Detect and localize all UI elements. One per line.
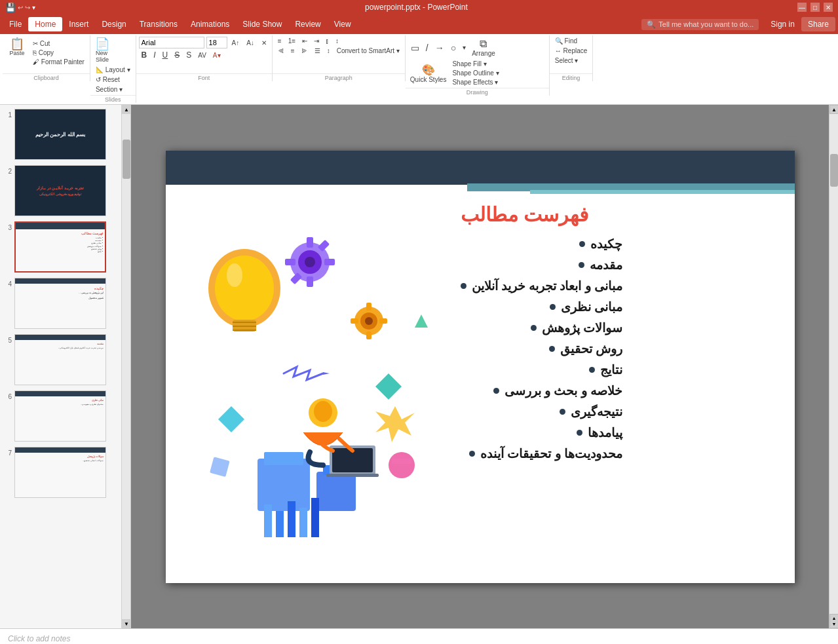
title-text: powerpoint.pptx - PowerPoint: [35, 3, 797, 12]
bullet-dot-4: [550, 304, 556, 310]
decrease-indent-button[interactable]: ⇤: [299, 37, 310, 45]
shadow-button[interactable]: S: [183, 50, 194, 60]
slide-thumbnail-2[interactable]: 2 تجربه خریـد آنلایـن در بـازار توقیف‌ور…: [3, 164, 119, 218]
menu-design[interactable]: Design: [95, 17, 132, 31]
svg-marker-42: [323, 372, 330, 375]
bullet-dot-7: [589, 367, 595, 373]
menu-animations[interactable]: Animations: [184, 17, 236, 31]
svg-marker-39: [375, 373, 402, 400]
bullet-item-4: مبانی نظری: [461, 299, 622, 314]
menu-insert[interactable]: Insert: [62, 17, 95, 31]
close-button[interactable]: ✕: [824, 3, 833, 12]
svg-rect-34: [288, 501, 295, 537]
shape-line[interactable]: /: [423, 42, 431, 54]
maximize-button[interactable]: □: [810, 3, 820, 12]
vscroll-thumb[interactable]: [830, 154, 838, 187]
smartart-button[interactable]: Convert to SmartArt ▾: [334, 47, 402, 55]
share-button[interactable]: Share: [801, 17, 835, 31]
shape-fill-button[interactable]: Shape Fill ▾: [449, 60, 501, 68]
copy-button[interactable]: ⎘ Copy: [30, 48, 87, 57]
svg-rect-33: [276, 511, 284, 537]
format-painter-button[interactable]: 🖌 Format Painter: [30, 58, 87, 66]
slide-area: فهرست مطالب چکیده مقدمه مبانی و ابعاد تج…: [131, 105, 829, 628]
align-right-button[interactable]: ⫸: [299, 47, 311, 55]
italic-button[interactable]: I: [151, 50, 158, 60]
slide-canvas[interactable]: فهرست مطالب چکیده مقدمه مبانی و ابعاد تج…: [166, 151, 795, 583]
quick-styles-button[interactable]: 🎨 Quick Styles: [408, 62, 449, 85]
slide-thumbnail-4[interactable]: 4 چکیده این پژوهش به بررسی... تصویر محصو…: [3, 276, 119, 330]
arrange-button[interactable]: ⧉ Arrange: [470, 37, 497, 58]
slides-scrollbar[interactable]: ▲ ▼: [122, 105, 131, 628]
main-scrollbar-vertical[interactable]: ▲ ▲ ▼: [829, 105, 838, 628]
menu-transitions[interactable]: Transitions: [133, 17, 184, 31]
shape-arrow[interactable]: →: [432, 42, 447, 54]
section-button[interactable]: Section ▾: [93, 85, 133, 94]
vscroll-up-button[interactable]: ▲: [829, 105, 838, 114]
notes-bar[interactable]: Click to add notes: [0, 628, 838, 644]
bullet-dot-3: [461, 283, 467, 289]
svg-rect-31: [326, 474, 379, 477]
shapes-more[interactable]: ▾: [460, 43, 468, 52]
bullet-item-11: محدودیت‌ها و تحقیقات آینده: [461, 446, 622, 461]
reset-button[interactable]: ↺ Reset: [93, 75, 133, 84]
slide-thumbnail-5[interactable]: 5 مقدمه بررسی تجربه خرید آنلاین در فضای …: [3, 333, 119, 387]
layout-button[interactable]: 📐 Layout ▾: [93, 66, 133, 74]
paste-button[interactable]: 📋 Paste: [5, 37, 29, 72]
bold-button[interactable]: B: [139, 50, 150, 60]
bullet-item-10: پیامدها: [461, 425, 622, 440]
slide-thumbnail-7[interactable]: 7 سوالات پژوهش سوالات اصلی تحقیق...: [3, 445, 119, 499]
slide-thumbnail-3[interactable]: 3 فهرست مطالب • چکیده • مقدمه • مبانی نظ…: [3, 220, 119, 274]
font-name-input[interactable]: [139, 37, 204, 48]
align-center-button[interactable]: ≡: [288, 47, 297, 55]
justify-button[interactable]: ☰: [312, 47, 323, 55]
line-spacing-button[interactable]: ↕: [324, 47, 333, 55]
svg-point-9: [305, 257, 315, 267]
menu-slideshow[interactable]: Slide Show: [236, 17, 288, 31]
bullet-dot-9: [560, 409, 565, 415]
align-left-button[interactable]: ⫷: [275, 47, 287, 55]
vscroll-down-buttons[interactable]: ▲ ▼: [829, 614, 838, 628]
menu-file[interactable]: File: [3, 17, 28, 31]
minimize-button[interactable]: —: [797, 3, 807, 12]
replace-button[interactable]: ↔ Replace: [552, 47, 590, 55]
menu-home[interactable]: Home: [28, 17, 62, 31]
find-button[interactable]: 🔍 Find: [552, 37, 590, 45]
select-button[interactable]: Select ▾: [552, 56, 590, 65]
slide-thumbnail-6[interactable]: 6 مبانی نظری محتوای نظری و مفهومی...: [3, 389, 119, 443]
bullets-button[interactable]: ≡: [275, 37, 284, 45]
shape-rect[interactable]: ▭: [408, 42, 422, 54]
columns-button[interactable]: ⫿: [323, 37, 332, 45]
bullet-dot-6: [549, 346, 555, 352]
slides-panel[interactable]: 1 بسم الله الرحمن الرحیم 2 تجربه خریـد آ…: [0, 105, 122, 628]
shape-oval[interactable]: ○: [448, 42, 459, 54]
signin-button[interactable]: Sign in: [764, 17, 801, 31]
menu-bar: File Home Insert Design Transitions Anim…: [0, 14, 838, 34]
bullet-dot-10: [577, 430, 582, 436]
shape-effects-button[interactable]: Shape Effects ▾: [449, 78, 501, 86]
editing-group: 🔍 Find ↔ Replace Select ▾ Editing: [550, 35, 593, 81]
bullet-item-5: سوالات پژوهش: [461, 320, 622, 335]
slide-thumbnail-1[interactable]: 1 بسم الله الرحمن الرحیم: [3, 107, 119, 161]
shape-outline-button[interactable]: Shape Outline ▾: [449, 69, 501, 77]
decrease-font-button[interactable]: A↓: [244, 39, 257, 47]
search-placeholder[interactable]: Tell me what you want to do...: [658, 20, 753, 28]
underline-button[interactable]: U: [160, 50, 171, 60]
strikethrough-button[interactable]: S: [172, 50, 182, 60]
char-spacing-button[interactable]: AV: [195, 51, 209, 60]
increase-font-button[interactable]: A↑: [229, 39, 242, 47]
new-slide-button[interactable]: 📄 NewSlide: [93, 37, 111, 64]
svg-marker-41: [375, 406, 415, 442]
scroll-up-button[interactable]: ▲: [122, 105, 131, 114]
cut-button[interactable]: ✂ Cut: [30, 39, 87, 48]
increase-indent-button[interactable]: ⇥: [311, 37, 322, 45]
menu-view[interactable]: View: [328, 17, 358, 31]
font-color-button[interactable]: A▾: [210, 51, 223, 60]
menu-review[interactable]: Review: [288, 17, 327, 31]
clear-format-button[interactable]: ✕: [259, 39, 269, 47]
font-size-input[interactable]: [206, 37, 227, 48]
notes-placeholder[interactable]: Click to add notes: [8, 634, 70, 643]
direction-button[interactable]: ↕: [333, 37, 341, 45]
scroll-down-button[interactable]: ▼: [122, 619, 131, 628]
numbering-button[interactable]: 1≡: [286, 37, 298, 45]
scroll-thumb[interactable]: [123, 140, 130, 179]
